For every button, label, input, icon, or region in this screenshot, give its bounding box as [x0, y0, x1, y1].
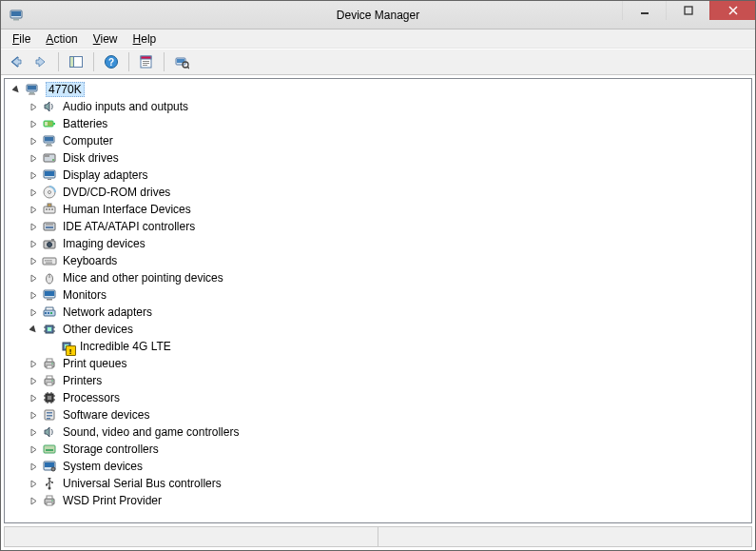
tree-node[interactable]: Network adapters	[5, 304, 751, 321]
tree-node[interactable]: Imaging devices	[5, 235, 751, 252]
battery-icon	[42, 116, 57, 131]
svg-rect-91	[47, 415, 52, 417]
disclosure-closed-icon[interactable]	[28, 426, 39, 438]
disclosure-closed-icon[interactable]	[28, 135, 39, 147]
svg-rect-41	[48, 204, 51, 207]
software-icon	[42, 407, 57, 423]
disk-icon	[42, 150, 57, 166]
disclosure-closed-icon[interactable]	[28, 255, 39, 266]
help-button[interactable]: ?	[100, 51, 123, 72]
disclosure-closed-icon[interactable]	[28, 187, 39, 198]
svg-point-74	[51, 363, 53, 364]
toolbar-separator	[164, 52, 165, 71]
tree-pane[interactable]: 4770KAudio inputs and outputsBatteriesCo…	[4, 78, 752, 523]
back-button[interactable]	[5, 51, 28, 72]
tree-node[interactable]: Keyboards	[5, 252, 751, 269]
tree-node[interactable]: Storage controllers	[5, 441, 751, 458]
svg-point-30	[52, 159, 54, 161]
tree-node-label: Software devices	[61, 408, 151, 422]
tree-node[interactable]: Incredible 4G LTE	[5, 338, 751, 355]
minimize-button[interactable]	[622, 1, 666, 20]
disclosure-closed-icon[interactable]	[28, 272, 39, 284]
disclosure-open-icon[interactable]	[28, 324, 39, 335]
tree-node-label: Other devices	[61, 323, 135, 336]
disclosure-closed-icon[interactable]	[28, 409, 39, 421]
menu-help[interactable]: Help	[127, 31, 163, 47]
tree-node[interactable]: Disk drives	[5, 149, 751, 167]
maximize-button[interactable]	[666, 1, 709, 20]
svg-rect-27	[47, 144, 51, 146]
tree-node[interactable]: Batteries	[5, 115, 751, 132]
tree-node[interactable]: Other devices	[5, 321, 751, 338]
hid-icon	[42, 202, 57, 217]
svg-line-17	[187, 67, 189, 69]
disclosure-closed-icon[interactable]	[28, 101, 39, 112]
properties-button[interactable]	[135, 51, 158, 72]
tree-node[interactable]: Mice and other pointing devices	[5, 269, 751, 286]
tree-node[interactable]: WSD Print Provider	[5, 492, 751, 509]
scan-hardware-button[interactable]	[170, 51, 193, 72]
show-hide-tree-button[interactable]	[65, 51, 87, 72]
svg-rect-39	[48, 208, 50, 210]
svg-rect-51	[48, 260, 50, 262]
disclosure-closed-icon[interactable]	[28, 461, 39, 472]
svg-rect-80	[48, 396, 51, 400]
svg-rect-62	[50, 312, 52, 314]
close-button[interactable]	[709, 1, 755, 20]
menu-action[interactable]: Action	[40, 31, 83, 47]
svg-rect-69	[63, 343, 70, 350]
tree-node[interactable]: Monitors	[5, 286, 751, 304]
tree-node[interactable]: System devices	[5, 458, 751, 475]
tree-node[interactable]: Processors	[5, 389, 751, 406]
tree-node[interactable]: 4770K	[5, 81, 751, 98]
svg-rect-60	[45, 312, 47, 314]
disclosure-closed-icon[interactable]	[28, 443, 39, 455]
tree-node-label: Incredible 4G LTE	[78, 340, 173, 353]
tree-node-label: WSD Print Provider	[61, 494, 164, 507]
disclosure-closed-icon[interactable]	[28, 375, 39, 386]
forward-button[interactable]	[29, 51, 52, 72]
tree-node-label: System devices	[61, 460, 145, 473]
tree-node[interactable]: Display adapters	[5, 167, 751, 184]
tree-node-label: Printers	[61, 374, 104, 387]
svg-rect-10	[141, 56, 151, 59]
disclosure-closed-icon[interactable]	[28, 238, 39, 249]
disclosure-open-icon[interactable]	[10, 84, 22, 95]
properties-icon	[139, 54, 154, 69]
svg-rect-40	[51, 208, 53, 210]
disclosure-closed-icon[interactable]	[28, 478, 39, 489]
disclosure-closed-icon[interactable]	[28, 204, 39, 215]
menu-view[interactable]: View	[87, 31, 124, 47]
disclosure-closed-icon[interactable]	[28, 358, 39, 369]
tree-node[interactable]: Print queues	[5, 355, 751, 372]
disclosure-closed-icon[interactable]	[28, 169, 39, 181]
svg-point-104	[51, 500, 53, 502]
tree-node[interactable]: Printers	[5, 372, 751, 389]
tree-node[interactable]: Human Interface Devices	[5, 201, 751, 218]
svg-rect-24	[45, 122, 48, 126]
disclosure-closed-icon[interactable]	[28, 495, 39, 506]
tree-node[interactable]: Software devices	[5, 406, 751, 423]
tree-node[interactable]: Computer	[5, 132, 751, 149]
tree-node[interactable]: DVD/CD-ROM drives	[5, 184, 751, 201]
disclosure-closed-icon[interactable]	[28, 152, 39, 164]
disclosure-closed-icon[interactable]	[28, 392, 39, 403]
disclosure-closed-icon[interactable]	[28, 306, 39, 318]
disclosure-closed-icon[interactable]	[28, 289, 39, 301]
svg-rect-52	[50, 260, 52, 262]
tree-node[interactable]: Sound, video and game controllers	[5, 423, 751, 441]
svg-rect-33	[45, 171, 54, 176]
menu-file[interactable]: File	[7, 31, 36, 47]
titlebar[interactable]: Device Manager	[1, 1, 755, 30]
printer-icon	[42, 356, 57, 371]
disclosure-closed-icon[interactable]	[28, 118, 39, 129]
tree-node-label: Human Interface Devices	[61, 203, 193, 216]
printer-icon	[42, 373, 57, 388]
tree-node[interactable]: Universal Serial Bus controllers	[5, 475, 751, 492]
tree-node[interactable]: Audio inputs and outputs	[5, 98, 751, 115]
arrow-left-icon	[9, 54, 24, 69]
tree-node[interactable]: IDE ATA/ATAPI controllers	[5, 218, 751, 235]
ide-icon	[42, 219, 57, 234]
disclosure-closed-icon[interactable]	[28, 221, 39, 232]
svg-rect-21	[29, 94, 35, 95]
